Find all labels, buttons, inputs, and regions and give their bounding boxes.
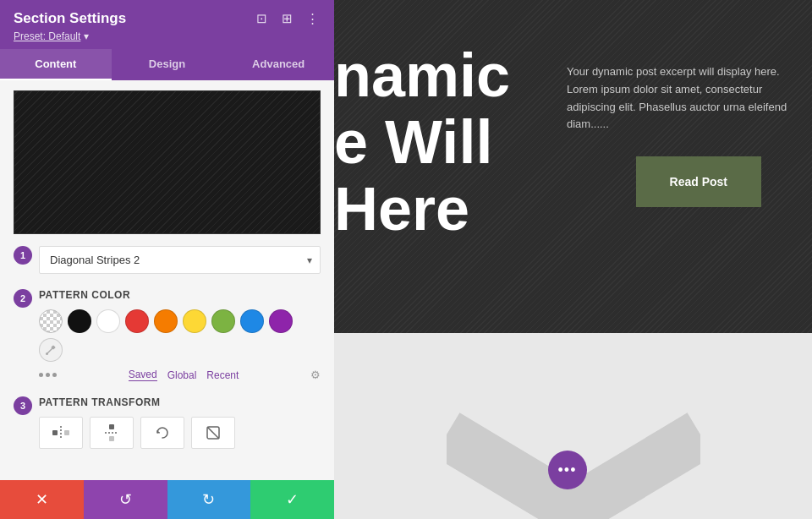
panel-title: Section Settings — [14, 10, 126, 27]
pattern-color-section: 2 Pattern Color — [39, 289, 321, 381]
flip-vertical-button[interactable] — [90, 417, 134, 449]
tab-advanced[interactable]: Advanced — [222, 49, 334, 80]
fab-button[interactable]: ••• — [548, 451, 587, 489]
swatch-red[interactable] — [125, 309, 149, 333]
svg-rect-3 — [52, 430, 58, 435]
pattern-transform-section: 3 Pattern Transform — [39, 396, 321, 449]
more-icon[interactable]: ⋮ — [304, 10, 321, 27]
reset-transform-button[interactable] — [191, 417, 235, 449]
panel-footer: ✕ ↺ ↻ ✓ — [0, 480, 334, 519]
global-link[interactable]: Global — [167, 369, 197, 381]
svg-point-2 — [46, 352, 48, 355]
excerpt-text: Your dynamic post excerpt will display h… — [567, 63, 804, 134]
step-3-badge: 3 — [14, 396, 32, 415]
color-swatches — [39, 309, 321, 362]
transform-buttons — [39, 417, 321, 449]
swatch-transparent[interactable] — [39, 309, 63, 333]
pattern-preview — [14, 90, 321, 234]
pattern-dropdown[interactable]: Diagonal Stripes 2 — [39, 246, 321, 274]
step-1-badge: 1 — [14, 246, 32, 265]
color-actions-row: Saved Global Recent ⚙ — [39, 369, 321, 381]
swatch-white[interactable] — [96, 309, 120, 333]
columns-icon[interactable]: ⊞ — [278, 10, 295, 27]
hero-text: namic e Will Here — [334, 42, 510, 243]
svg-rect-4 — [64, 430, 69, 435]
bottom-section: ••• — [334, 333, 812, 519]
cancel-button[interactable]: ✕ — [0, 480, 84, 519]
swatch-eyedropper[interactable] — [39, 338, 63, 362]
panel-body: 1 Diagonal Stripes 2 ▾ 2 Pattern Color — [0, 80, 334, 480]
recent-link[interactable]: Recent — [206, 369, 239, 381]
preset-label[interactable]: Preset: Default ▾ — [14, 30, 321, 42]
save-button[interactable]: ✓ — [250, 480, 334, 519]
tab-content[interactable]: Content — [0, 49, 112, 80]
svg-rect-7 — [109, 436, 114, 441]
panel-tabs: Content Design Advanced — [0, 49, 334, 80]
pattern-dropdown-wrapper: Diagonal Stripes 2 ▾ — [39, 246, 321, 274]
swatch-blue[interactable] — [240, 309, 264, 333]
tab-design[interactable]: Design — [112, 49, 223, 80]
pattern-type-section: 1 Diagonal Stripes 2 ▾ — [39, 246, 321, 274]
step-2-badge: 2 — [14, 289, 32, 308]
color-dots — [39, 373, 57, 377]
svg-rect-6 — [109, 424, 114, 429]
settings-panel: Section Settings ⊡ ⊞ ⋮ Preset: Default ▾… — [0, 0, 334, 519]
swatch-green[interactable] — [211, 309, 235, 333]
swatch-purple[interactable] — [269, 309, 293, 333]
swatch-orange[interactable] — [154, 309, 178, 333]
gear-icon[interactable]: ⚙ — [310, 369, 321, 381]
panel-title-row: Section Settings ⊡ ⊞ ⋮ — [14, 10, 321, 27]
flip-horizontal-button[interactable] — [39, 417, 83, 449]
panel-icons: ⊡ ⊞ ⋮ — [253, 10, 321, 27]
rotate-button[interactable] — [140, 417, 184, 449]
reset-button[interactable]: ↺ — [84, 480, 167, 519]
focus-icon[interactable]: ⊡ — [253, 10, 270, 27]
saved-link[interactable]: Saved — [129, 369, 157, 381]
panel-header: Section Settings ⊡ ⊞ ⋮ Preset: Default ▾ — [0, 0, 334, 49]
chevron-decoration — [447, 367, 700, 519]
svg-line-10 — [207, 427, 219, 439]
swatch-yellow[interactable] — [183, 309, 206, 333]
read-post-button[interactable]: Read Post — [636, 156, 761, 207]
transform-section-label: Pattern Transform — [39, 396, 321, 408]
redo-button[interactable]: ↻ — [167, 480, 251, 519]
color-section-label: Pattern Color — [39, 289, 321, 301]
swatch-black[interactable] — [68, 309, 91, 333]
